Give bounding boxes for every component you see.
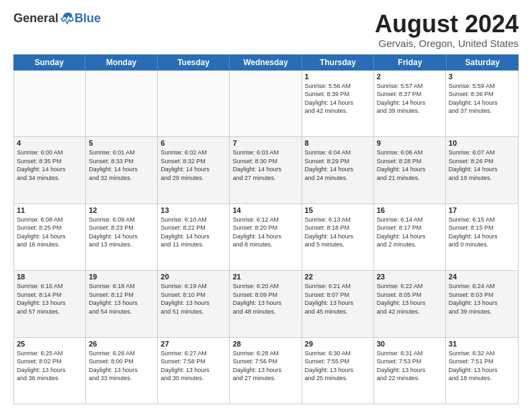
day-info: Sunrise: 6:06 AM Sunset: 8:28 PM Dayligh… [377, 148, 443, 182]
cal-cell-13: 13Sunrise: 6:10 AM Sunset: 8:22 PM Dayli… [158, 204, 230, 270]
day-number: 25 [17, 340, 83, 348]
main-title: August 2024 [375, 11, 519, 38]
cal-cell-empty-0 [14, 71, 86, 136]
day-info: Sunrise: 6:24 AM Sunset: 8:03 PM Dayligh… [449, 282, 515, 316]
day-number: 7 [232, 139, 298, 147]
day-info: Sunrise: 6:03 AM Sunset: 8:30 PM Dayligh… [232, 148, 298, 182]
day-number: 12 [89, 206, 154, 214]
day-info: Sunrise: 6:10 AM Sunset: 8:22 PM Dayligh… [161, 216, 226, 249]
cal-cell-9: 9Sunrise: 6:06 AM Sunset: 8:28 PM Daylig… [374, 137, 446, 203]
header: General Blue August 2024 Gervais, Oregon… [13, 11, 519, 49]
cal-cell-empty-1 [86, 71, 158, 136]
day-number: 20 [161, 273, 226, 281]
day-info: Sunrise: 6:32 AM Sunset: 7:51 PM Dayligh… [449, 349, 515, 383]
cal-cell-26: 26Sunrise: 6:26 AM Sunset: 8:00 PM Dayli… [86, 338, 158, 404]
title-block: August 2024 Gervais, Oregon, United Stat… [375, 11, 519, 49]
day-number: 22 [305, 273, 371, 281]
day-number: 15 [305, 206, 371, 214]
cal-cell-22: 22Sunrise: 6:21 AM Sunset: 8:07 PM Dayli… [302, 271, 374, 336]
cal-cell-12: 12Sunrise: 6:09 AM Sunset: 8:23 PM Dayli… [86, 204, 158, 270]
calendar-row-3: 18Sunrise: 6:16 AM Sunset: 8:14 PM Dayli… [14, 271, 518, 337]
header-day-tuesday: Tuesday [158, 54, 230, 71]
cal-cell-14: 14Sunrise: 6:12 AM Sunset: 8:20 PM Dayli… [230, 204, 302, 270]
calendar-body: 1Sunrise: 5:56 AM Sunset: 8:39 PM Daylig… [13, 71, 519, 404]
cal-cell-19: 19Sunrise: 6:18 AM Sunset: 8:12 PM Dayli… [86, 271, 158, 336]
day-number: 4 [17, 139, 83, 147]
subtitle: Gervais, Oregon, United States [375, 38, 519, 49]
day-info: Sunrise: 6:12 AM Sunset: 8:20 PM Dayligh… [232, 216, 298, 249]
cal-cell-4: 4Sunrise: 6:00 AM Sunset: 8:35 PM Daylig… [14, 137, 86, 203]
day-number: 19 [89, 273, 154, 281]
cal-cell-16: 16Sunrise: 6:14 AM Sunset: 8:17 PM Dayli… [374, 204, 446, 270]
day-info: Sunrise: 6:02 AM Sunset: 8:32 PM Dayligh… [161, 148, 226, 182]
day-number: 27 [161, 340, 226, 348]
cal-cell-17: 17Sunrise: 6:15 AM Sunset: 8:15 PM Dayli… [446, 204, 518, 270]
day-number: 8 [305, 139, 371, 147]
day-info: Sunrise: 6:04 AM Sunset: 8:29 PM Dayligh… [305, 148, 371, 182]
logo-blue-text: Blue [75, 11, 101, 26]
day-number: 26 [89, 340, 154, 348]
calendar: SundayMondayTuesdayWednesdayThursdayFrid… [13, 54, 519, 404]
cal-cell-25: 25Sunrise: 6:25 AM Sunset: 8:02 PM Dayli… [14, 338, 86, 404]
day-number: 3 [449, 73, 515, 81]
cal-cell-3: 3Sunrise: 5:59 AM Sunset: 8:36 PM Daylig… [446, 71, 518, 136]
day-info: Sunrise: 6:18 AM Sunset: 8:12 PM Dayligh… [89, 282, 154, 316]
header-day-monday: Monday [85, 54, 157, 71]
day-number: 23 [377, 273, 443, 281]
day-number: 24 [449, 273, 515, 281]
day-info: Sunrise: 6:15 AM Sunset: 8:15 PM Dayligh… [449, 216, 515, 249]
day-info: Sunrise: 6:20 AM Sunset: 8:09 PM Dayligh… [232, 282, 298, 316]
cal-cell-1: 1Sunrise: 5:56 AM Sunset: 8:39 PM Daylig… [302, 71, 374, 136]
day-number: 2 [377, 73, 443, 81]
header-day-saturday: Saturday [447, 54, 519, 71]
day-number: 13 [161, 206, 226, 214]
header-day-friday: Friday [374, 54, 446, 71]
logo-icon [60, 11, 75, 26]
header-day-wednesday: Wednesday [230, 54, 302, 71]
day-number: 17 [449, 206, 515, 214]
day-info: Sunrise: 6:00 AM Sunset: 8:35 PM Dayligh… [17, 148, 83, 182]
day-info: Sunrise: 6:08 AM Sunset: 8:25 PM Dayligh… [17, 216, 83, 249]
cal-cell-7: 7Sunrise: 6:03 AM Sunset: 8:30 PM Daylig… [230, 137, 302, 203]
day-number: 10 [449, 139, 515, 147]
cal-cell-empty-2 [158, 71, 230, 136]
day-info: Sunrise: 6:16 AM Sunset: 8:14 PM Dayligh… [17, 282, 83, 316]
cal-cell-5: 5Sunrise: 6:01 AM Sunset: 8:33 PM Daylig… [86, 137, 158, 203]
day-info: Sunrise: 5:59 AM Sunset: 8:36 PM Dayligh… [449, 82, 515, 116]
calendar-row-1: 4Sunrise: 6:00 AM Sunset: 8:35 PM Daylig… [14, 137, 518, 203]
calendar-row-2: 11Sunrise: 6:08 AM Sunset: 8:25 PM Dayli… [14, 204, 518, 271]
day-number: 5 [89, 139, 154, 147]
logo: General Blue [13, 11, 101, 26]
day-number: 18 [17, 273, 83, 281]
calendar-row-4: 25Sunrise: 6:25 AM Sunset: 8:02 PM Dayli… [14, 338, 518, 404]
day-info: Sunrise: 6:31 AM Sunset: 7:53 PM Dayligh… [377, 349, 443, 383]
day-number: 30 [377, 340, 443, 348]
day-info: Sunrise: 6:01 AM Sunset: 8:33 PM Dayligh… [89, 148, 154, 182]
day-number: 31 [449, 340, 515, 348]
day-number: 16 [377, 206, 443, 214]
calendar-row-0: 1Sunrise: 5:56 AM Sunset: 8:39 PM Daylig… [14, 71, 518, 137]
header-day-sunday: Sunday [13, 54, 85, 71]
day-info: Sunrise: 6:27 AM Sunset: 7:58 PM Dayligh… [161, 349, 226, 383]
calendar-header: SundayMondayTuesdayWednesdayThursdayFrid… [13, 54, 519, 71]
cal-cell-20: 20Sunrise: 6:19 AM Sunset: 8:10 PM Dayli… [158, 271, 230, 336]
header-day-thursday: Thursday [302, 54, 374, 71]
day-info: Sunrise: 6:26 AM Sunset: 8:00 PM Dayligh… [89, 349, 154, 383]
cal-cell-10: 10Sunrise: 6:07 AM Sunset: 8:26 PM Dayli… [446, 137, 518, 203]
day-info: Sunrise: 6:21 AM Sunset: 8:07 PM Dayligh… [305, 282, 371, 316]
day-number: 9 [377, 139, 443, 147]
cal-cell-30: 30Sunrise: 6:31 AM Sunset: 7:53 PM Dayli… [374, 338, 446, 404]
day-info: Sunrise: 6:07 AM Sunset: 8:26 PM Dayligh… [449, 148, 515, 182]
cal-cell-27: 27Sunrise: 6:27 AM Sunset: 7:58 PM Dayli… [158, 338, 230, 404]
cal-cell-6: 6Sunrise: 6:02 AM Sunset: 8:32 PM Daylig… [158, 137, 230, 203]
day-info: Sunrise: 6:09 AM Sunset: 8:23 PM Dayligh… [89, 216, 154, 249]
cal-cell-24: 24Sunrise: 6:24 AM Sunset: 8:03 PM Dayli… [446, 271, 518, 336]
cal-cell-2: 2Sunrise: 5:57 AM Sunset: 8:37 PM Daylig… [374, 71, 446, 136]
day-info: Sunrise: 6:14 AM Sunset: 8:17 PM Dayligh… [377, 216, 443, 249]
cal-cell-8: 8Sunrise: 6:04 AM Sunset: 8:29 PM Daylig… [302, 137, 374, 203]
day-info: Sunrise: 6:25 AM Sunset: 8:02 PM Dayligh… [17, 349, 83, 383]
day-number: 21 [232, 273, 298, 281]
day-info: Sunrise: 6:13 AM Sunset: 8:18 PM Dayligh… [305, 216, 371, 249]
day-info: Sunrise: 5:56 AM Sunset: 8:39 PM Dayligh… [305, 82, 371, 116]
day-number: 6 [161, 139, 226, 147]
